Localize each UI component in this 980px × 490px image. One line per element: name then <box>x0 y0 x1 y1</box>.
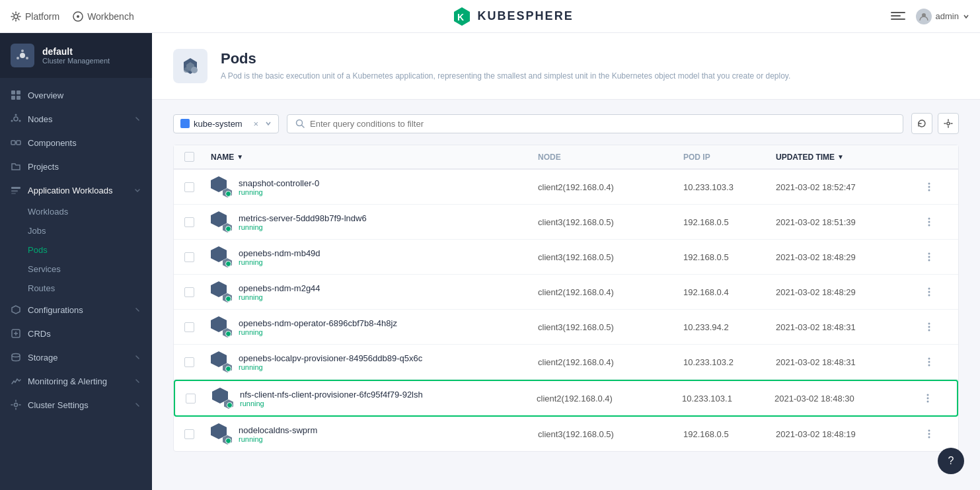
pod-info: nfs-client-nfs-client-provisioner-6fc95f… <box>240 390 423 407</box>
row-checkbox[interactable] <box>184 217 194 227</box>
svg-point-34 <box>928 183 930 185</box>
components-icon <box>11 137 21 148</box>
pod-node: client2(192.168.0.4) <box>538 357 683 367</box>
user-icon <box>919 12 928 21</box>
search-icon <box>295 119 305 128</box>
namespace-icon <box>180 119 190 128</box>
table-row[interactable]: snapshot-controller-0 running client2(19… <box>174 170 958 205</box>
nodes-icon <box>11 114 21 124</box>
sidebar-sub-item-pods[interactable]: Pods <box>28 240 152 260</box>
sidebar-item-overview[interactable]: Overview <box>0 83 152 107</box>
platform-button[interactable]: Platform <box>11 11 59 22</box>
pod-info: snapshot-controller-0 running <box>239 178 319 196</box>
pod-info: openebs-localpv-provisioner-84956ddb89-q… <box>239 353 422 371</box>
row-more-button[interactable] <box>921 319 937 335</box>
svg-rect-21 <box>11 187 20 189</box>
pod-updated-time: 2021-03-02 18:48:29 <box>776 287 921 297</box>
refresh-button[interactable] <box>911 113 932 134</box>
pod-status-dot <box>225 366 231 372</box>
row-checkbox[interactable] <box>184 287 194 297</box>
row-more-button[interactable] <box>920 390 936 406</box>
svg-point-47 <box>928 326 930 328</box>
row-checkbox-cell <box>184 252 211 262</box>
row-checkbox[interactable] <box>184 252 194 262</box>
svg-rect-11 <box>17 90 20 94</box>
svg-point-2 <box>77 15 79 18</box>
table-row[interactable]: openebs-ndm-mb49d running client3(192.16… <box>174 240 958 275</box>
svg-point-36 <box>928 190 930 192</box>
table-body: snapshot-controller-0 running client2(19… <box>174 170 958 451</box>
sidebar-label-configurations: Configurations <box>28 305 83 315</box>
select-all-checkbox[interactable] <box>184 152 194 162</box>
pod-icon <box>212 388 233 409</box>
pod-node: client3(192.168.0.5) <box>538 429 683 439</box>
namespace-selector[interactable]: kube-system × <box>173 114 279 133</box>
chevron-down-icon <box>963 13 969 20</box>
svg-rect-10 <box>11 90 15 94</box>
sidebar-item-cluster-settings[interactable]: Cluster Settings <box>0 393 152 417</box>
sidebar-item-storage[interactable]: Storage <box>0 345 152 369</box>
table-row[interactable]: openebs-localpv-provisioner-84956ddb89-q… <box>174 345 958 380</box>
svg-point-33 <box>947 122 950 125</box>
grid-icon[interactable] <box>891 12 905 21</box>
sidebar-item-nodes[interactable]: Nodes <box>0 107 152 131</box>
row-more-button[interactable] <box>921 354 937 370</box>
namespace-clear-button[interactable]: × <box>250 119 261 129</box>
col-node-label: Node <box>538 153 561 162</box>
row-checkbox[interactable] <box>184 322 194 332</box>
sidebar-item-app-workloads[interactable]: Application Workloads <box>0 178 152 202</box>
table-row[interactable]: openebs-ndm-m2g44 running client2(192.16… <box>174 275 958 310</box>
sidebar-item-crds-inner: CRDs <box>11 328 51 339</box>
svg-point-55 <box>928 430 930 432</box>
row-checkbox-cell <box>184 429 211 439</box>
table-col-name[interactable]: Name ▼ <box>211 153 538 162</box>
sidebar-item-monitoring[interactable]: Monitoring & Alerting <box>0 369 152 393</box>
table-col-updated-time[interactable]: Updated Time ▼ <box>776 153 921 162</box>
table-row[interactable]: nfs-client-nfs-client-provisioner-6fc95f… <box>174 380 958 417</box>
table-row[interactable]: nodelocaldns-swprm running client3(192.1… <box>174 417 958 451</box>
sidebar-sub-item-routes[interactable]: Routes <box>28 279 152 298</box>
workspace-header[interactable]: default Cluster Management <box>0 33 152 78</box>
sidebar-item-projects-inner: Projects <box>11 161 59 172</box>
namespace-dropdown-icon <box>265 120 272 127</box>
sidebar-item-configurations[interactable]: Configurations <box>0 298 152 322</box>
row-more-button[interactable] <box>921 179 937 195</box>
row-checkbox[interactable] <box>184 357 194 367</box>
table-row[interactable]: openebs-ndm-operator-6896cbf7b8-4h8jz ru… <box>174 310 958 345</box>
row-more-button[interactable] <box>921 249 937 265</box>
pods-page-icon <box>180 55 201 77</box>
sidebar-item-crds[interactable]: CRDs <box>0 322 152 345</box>
pod-cell: openebs-ndm-operator-6896cbf7b8-4h8jz ru… <box>211 316 538 337</box>
row-more-button[interactable] <box>921 426 937 442</box>
sidebar-item-storage-inner: Storage <box>11 352 58 363</box>
sidebar-item-nodes-inner: Nodes <box>11 114 53 124</box>
svg-point-56 <box>928 433 930 435</box>
pod-info: openebs-ndm-operator-6896cbf7b8-4h8jz ru… <box>239 318 397 336</box>
top-nav-center: K KUBESPHERE <box>134 6 891 27</box>
sidebar-item-projects[interactable]: Projects <box>0 155 152 178</box>
row-checkbox[interactable] <box>184 429 194 439</box>
pod-icon <box>211 316 232 337</box>
row-checkbox[interactable] <box>184 182 194 192</box>
col-name-label: Name <box>211 153 234 162</box>
pod-icon <box>211 176 232 197</box>
sidebar-sub-item-jobs[interactable]: Jobs <box>28 221 152 240</box>
sidebar-item-components[interactable]: Components <box>0 131 152 155</box>
workbench-button[interactable]: Workbench <box>73 11 134 22</box>
help-button[interactable]: ? <box>938 448 964 474</box>
pod-cell: snapshot-controller-0 running <box>211 176 538 197</box>
settings-button[interactable] <box>938 113 959 134</box>
pod-status: running <box>239 328 397 336</box>
sidebar-sub-item-services[interactable]: Services <box>28 260 152 279</box>
svg-point-6 <box>20 53 25 58</box>
pod-updated-time: 2021-03-02 18:48:30 <box>774 394 920 403</box>
sidebar-sub-item-workloads[interactable]: Workloads <box>28 202 152 221</box>
monitoring-chevron-icon <box>133 377 141 385</box>
admin-button[interactable]: admin <box>916 9 969 24</box>
row-more-button[interactable] <box>921 284 937 300</box>
search-input[interactable] <box>310 119 895 129</box>
table-row[interactable]: metrics-server-5ddd98b7f9-lndw6 running … <box>174 205 958 240</box>
row-more-button[interactable] <box>921 214 937 230</box>
row-checkbox[interactable] <box>186 394 196 403</box>
main-content: Pods A Pod is the basic execution unit o… <box>152 33 980 490</box>
